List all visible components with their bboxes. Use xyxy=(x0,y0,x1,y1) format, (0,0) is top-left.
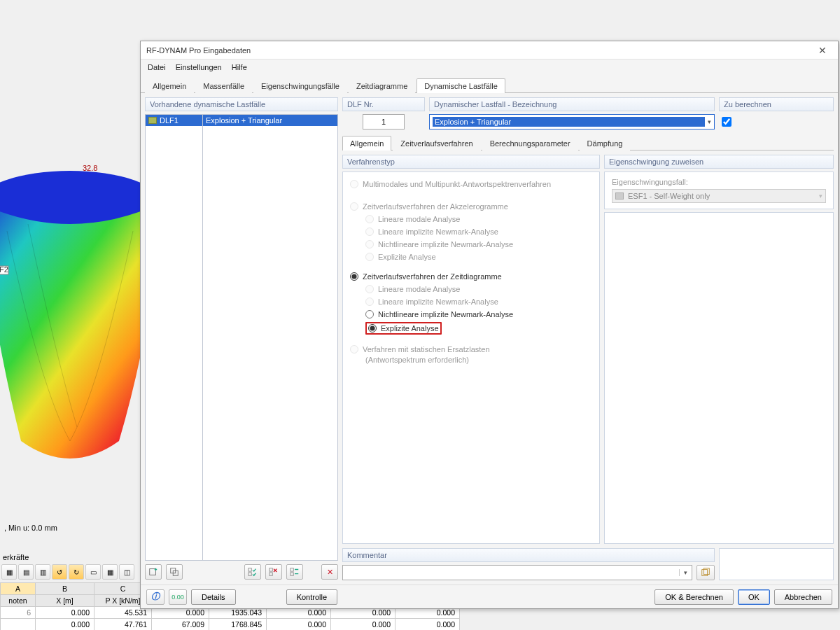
num-label: DLF Nr. xyxy=(342,97,425,111)
kontrolle-button[interactable]: Kontrolle xyxy=(286,589,337,605)
details-button[interactable]: Details xyxy=(191,589,236,605)
ok-berechnen-button[interactable]: OK & Berechnen xyxy=(654,589,734,605)
bg-tool-1[interactable]: ▦ xyxy=(1,564,17,580)
colhead-B[interactable]: B xyxy=(36,583,94,595)
bg-tool-8[interactable]: ◫ xyxy=(119,564,134,580)
radio-td-nonlinnewmark[interactable]: Nichtlineare implizite Newmark-Analyse xyxy=(350,308,592,321)
bg-tool-6[interactable]: ▭ xyxy=(85,564,101,580)
help-button[interactable]: ⓘ xyxy=(146,589,164,605)
proc-title: Verfahrenstyp xyxy=(342,155,600,169)
menu-datei[interactable]: Datei xyxy=(148,63,166,71)
to-calculate-checkbox[interactable] xyxy=(722,117,732,127)
description-combo[interactable]: Explosion + Triangular ▾ xyxy=(429,114,715,130)
close-icon[interactable]: ✕ xyxy=(813,45,832,56)
svg-rect-9 xyxy=(248,573,251,575)
color-swatch-icon xyxy=(615,192,624,200)
rowhead-6[interactable]: 6 xyxy=(1,607,36,619)
chevron-down-icon: ▾ xyxy=(679,569,692,576)
desc-label: Dynamischer Lastfall - Bezeichnung xyxy=(429,97,715,111)
dlf-number-input[interactable] xyxy=(363,114,405,130)
bg-tool-5[interactable]: ↻ xyxy=(69,564,84,580)
bg-panel-label: erkräfte xyxy=(3,553,29,561)
assign-title: Eigenschwingung zuweisen xyxy=(604,155,834,169)
tab-zeitdiagramme[interactable]: Zeitdiagramme xyxy=(349,78,415,93)
subtab-berechnung[interactable]: Berechnungsparameter xyxy=(482,136,578,150)
radio-timediag[interactable]: Zeitverlaufsverfahren der Zeitdiagramme xyxy=(350,270,592,283)
delete-button[interactable]: ✕ xyxy=(321,564,338,580)
subtab-allgemein[interactable]: Allgemein xyxy=(342,136,391,150)
ok-button[interactable]: OK xyxy=(738,589,770,605)
radio-accel-explicit: Explizite Analyse xyxy=(350,251,592,263)
col-x: X [m] xyxy=(36,595,94,607)
chevron-down-icon: ▾ xyxy=(705,118,711,125)
static-note: (Antwortspektrum erforderlich) xyxy=(350,356,592,364)
comment-label: Kommentar xyxy=(342,548,715,562)
procedure-group: Multimodales und Multipunkt-Antwortspekt… xyxy=(342,172,600,544)
main-tabs: Allgemein Massenfälle Eigenschwingungsfä… xyxy=(141,75,838,93)
svg-rect-11 xyxy=(270,573,272,575)
list-item-label[interactable]: Explosion + Triangular xyxy=(203,115,337,126)
radio-td-linnewmark: Lineare implizite Newmark-Analyse xyxy=(350,295,592,308)
uncheck-all-button[interactable] xyxy=(265,564,282,580)
svg-rect-8 xyxy=(248,568,251,571)
colhead-A[interactable]: A xyxy=(1,583,36,595)
radio-accel: Zeitverlaufsverfahren der Akzelerogramme xyxy=(350,200,592,213)
eigencase-select: ESF1 - Self-Weight only ▾ xyxy=(612,189,826,203)
titlebar: RF-DYNAM Pro Eingabedaten ✕ xyxy=(141,41,838,59)
tab-eigenschwingung[interactable]: Eigenschwingungsfälle xyxy=(253,78,347,93)
radio-multimodal: Multimodales und Multipunkt-Antwortspekt… xyxy=(350,178,592,190)
svg-rect-10 xyxy=(270,568,272,571)
status-min-u: , Min u: 0.0 mm xyxy=(3,522,59,533)
svg-text:32.8: 32.8 xyxy=(83,164,97,172)
svg-text:F2: F2 xyxy=(0,265,8,274)
svg-rect-12 xyxy=(290,568,293,571)
bg-toolbar: ▦ ▤ ▥ ↺ ↻ ▭ ▦ ◫ xyxy=(1,564,134,580)
col-noten: noten xyxy=(1,595,36,607)
description-value: Explosion + Triangular xyxy=(433,117,705,127)
units-button[interactable]: 0.00 xyxy=(169,589,187,605)
menubar: Datei Einstellungen Hilfe xyxy=(141,59,838,75)
dialog-title: RF-DYNAM Pro Eingabedaten xyxy=(146,46,813,55)
color-swatch-icon xyxy=(148,117,157,124)
bg-tool-2[interactable]: ▤ xyxy=(18,564,34,580)
left-panel-title: Vorhandene dynamische Lastfälle xyxy=(145,97,338,111)
radio-td-linmodal: Lineare modale Analyse xyxy=(350,283,592,295)
menu-einstellungen[interactable]: Einstellungen xyxy=(176,63,222,71)
radio-static: Verfahren mit statischen Ersatzlasten xyxy=(350,343,592,356)
dialog-footer: ⓘ 0.00 Details Kontrolle OK & Berechnen … xyxy=(141,584,838,608)
subtab-zeitverlauf[interactable]: Zeitverlaufsverfahren xyxy=(393,136,480,150)
subtab-daempfung[interactable]: Dämpfung xyxy=(580,136,631,150)
radio-td-explicit[interactable] xyxy=(368,324,377,332)
check-all-button[interactable] xyxy=(244,564,261,580)
tab-massenfaelle[interactable]: Massenfälle xyxy=(195,78,252,93)
dialog-rf-dynam: RF-DYNAM Pro Eingabedaten ✕ Datei Einste… xyxy=(140,41,839,609)
assign-empty-group xyxy=(604,212,834,544)
highlight-explicit: Explizite Analyse xyxy=(365,322,442,335)
assign-group: Eigenschwingungsfall: ESF1 - Self-Weight… xyxy=(604,172,834,209)
chk-label: Zu berechnen xyxy=(719,97,834,111)
bg-tool-3[interactable]: ▥ xyxy=(35,564,50,580)
chevron-down-icon: ▾ xyxy=(819,192,822,200)
tab-allgemein[interactable]: Allgemein xyxy=(145,78,194,93)
loadcase-list[interactable]: DLF1 Explosion + Triangular xyxy=(145,114,338,561)
copy-item-button[interactable] xyxy=(166,564,183,580)
svg-rect-13 xyxy=(290,573,293,575)
tab-dynamische-lastfaelle[interactable]: Dynamische Lastfälle xyxy=(416,78,505,93)
radio-accel-linnewmark: Lineare implizite Newmark-Analyse xyxy=(350,225,592,238)
model-viewport: 28.9 32.8 F2 xyxy=(0,147,161,469)
menu-hilfe[interactable]: Hilfe xyxy=(232,63,247,71)
renumber-button[interactable] xyxy=(286,564,303,580)
radio-accel-linmodal: Lineare modale Analyse xyxy=(350,213,592,225)
comment-input[interactable]: ▾ xyxy=(342,565,692,580)
list-item-id[interactable]: DLF1 xyxy=(146,115,202,126)
assign-field-label: Eigenschwingungsfall: xyxy=(612,178,826,186)
comment-sidebox xyxy=(719,548,834,580)
sub-tabs: Allgemein Zeitverlaufsverfahren Berechnu… xyxy=(342,134,834,150)
radio-accel-nonlinnewmark: Nichtlineare implizite Newmark-Analyse xyxy=(350,238,592,251)
comment-pick-button[interactable] xyxy=(696,565,715,580)
new-item-button[interactable] xyxy=(145,564,162,580)
bg-tool-4[interactable]: ↺ xyxy=(52,564,67,580)
cancel-button[interactable]: Abbrechen xyxy=(774,589,832,605)
bg-tool-7[interactable]: ▦ xyxy=(102,564,118,580)
